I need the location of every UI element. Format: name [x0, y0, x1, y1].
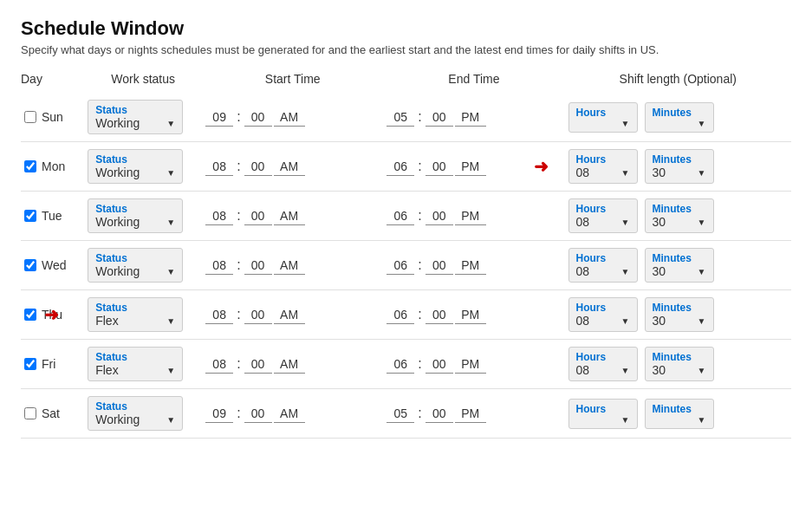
day-cell-tue: Tue — [24, 209, 81, 223]
hours-dropdown-tue[interactable]: Hours 08 ▼ — [568, 198, 638, 233]
hours-dropdown-thu[interactable]: Hours 08 ▼ — [568, 297, 638, 332]
minutes-dropdown-sun[interactable]: Minutes ▼ — [645, 102, 714, 133]
minutes-dropdown-fri[interactable]: Minutes 30 ▼ — [645, 347, 714, 381]
day-checkbox-mon[interactable] — [24, 160, 36, 172]
end-min-sun[interactable] — [425, 108, 453, 127]
start-min-fri[interactable] — [244, 355, 272, 374]
end-ampm-sun[interactable] — [455, 108, 486, 127]
end-hour-mon[interactable] — [387, 158, 414, 176]
day-checkbox-thu[interactable] — [24, 309, 36, 321]
status-label-sun: Status — [95, 104, 127, 116]
start-min-wed[interactable] — [244, 257, 272, 275]
hours-dropdown-sat[interactable]: Hours ▼ — [568, 399, 638, 429]
chevron-icon-status-tue: ▼ — [166, 218, 175, 227]
end-ampm-wed[interactable] — [455, 257, 486, 275]
hours-dropdown-sun[interactable]: Hours ▼ — [568, 102, 638, 133]
end-ampm-mon[interactable] — [455, 158, 486, 176]
start-hour-tue[interactable] — [205, 207, 233, 225]
day-checkbox-fri[interactable] — [24, 358, 36, 370]
end-hour-fri[interactable] — [387, 355, 414, 374]
status-dropdown-sat[interactable]: Status Working ▼ — [88, 396, 183, 431]
end-hour-thu[interactable] — [387, 306, 414, 324]
day-cell-mon: Mon — [24, 159, 81, 173]
start-time-group-tue: : — [205, 207, 380, 225]
status-dropdown-sun[interactable]: Status Working ▼ — [88, 100, 183, 134]
start-min-thu[interactable] — [244, 306, 272, 324]
status-dropdown-mon[interactable]: Status Working ▼ — [88, 149, 183, 184]
end-min-fri[interactable] — [425, 355, 453, 374]
minutes-dropdown-wed[interactable]: Minutes 30 ▼ — [645, 248, 714, 283]
start-time-group-thu: : — [205, 306, 380, 324]
end-min-sat[interactable] — [425, 405, 453, 423]
start-hour-mon[interactable] — [205, 158, 233, 176]
hours-label-sat: Hours — [576, 403, 607, 415]
hours-dropdown-fri[interactable]: Hours 08 ▼ — [568, 347, 638, 381]
minutes-value-thu: 30 — [653, 314, 666, 328]
start-min-tue[interactable] — [244, 207, 272, 225]
header-day: Day — [21, 72, 84, 93]
day-checkbox-sun[interactable] — [24, 111, 36, 123]
end-hour-sun[interactable] — [387, 108, 414, 127]
day-checkbox-sat[interactable] — [24, 407, 36, 419]
chevron-icon-minutes-mon: ▼ — [698, 168, 706, 178]
start-min-sun[interactable] — [244, 108, 272, 127]
header-start-time: Start Time — [202, 72, 383, 93]
end-hour-sat[interactable] — [387, 405, 414, 423]
end-ampm-thu[interactable] — [455, 306, 486, 324]
start-hour-fri[interactable] — [205, 355, 233, 374]
start-hour-thu[interactable] — [205, 306, 233, 324]
start-ampm-thu[interactable] — [274, 306, 305, 324]
hours-label-mon: Hours — [576, 153, 607, 166]
hours-value-tue: 08 — [576, 215, 590, 229]
end-ampm-fri[interactable] — [455, 355, 486, 374]
minutes-dropdown-tue[interactable]: Minutes 30 ▼ — [645, 198, 714, 233]
end-hour-tue[interactable] — [387, 207, 414, 225]
status-dropdown-tue[interactable]: Status Working ▼ — [88, 198, 183, 233]
end-min-tue[interactable] — [425, 207, 453, 225]
hours-label-wed: Hours — [576, 252, 607, 264]
start-min-mon[interactable] — [244, 158, 272, 176]
day-checkbox-tue[interactable] — [24, 210, 36, 222]
end-time-group-tue: : — [387, 207, 561, 225]
day-label-mon: Mon — [42, 159, 65, 173]
status-value-fri: Flex — [95, 363, 118, 377]
minutes-dropdown-mon[interactable]: Minutes 30 ▼ — [645, 149, 714, 184]
start-ampm-fri[interactable] — [274, 355, 305, 374]
status-label-tue: Status — [95, 203, 127, 215]
start-ampm-tue[interactable] — [274, 207, 305, 225]
status-dropdown-thu[interactable]: Status Flex ▼ — [88, 297, 183, 332]
end-min-wed[interactable] — [425, 257, 453, 275]
shift-cell-thu: Hours 08 ▼ Minutes 30 ▼ — [568, 297, 789, 332]
shift-cell-sun: Hours ▼ Minutes ▼ — [568, 102, 789, 133]
end-ampm-tue[interactable] — [455, 207, 486, 225]
start-hour-wed[interactable] — [205, 257, 233, 275]
end-min-thu[interactable] — [425, 306, 453, 324]
start-min-sat[interactable] — [244, 405, 272, 423]
hours-label-tue: Hours — [576, 203, 607, 215]
hours-label-thu: Hours — [576, 302, 607, 314]
end-min-mon[interactable] — [425, 158, 453, 176]
status-value-sat: Working — [95, 413, 140, 426]
day-checkbox-wed[interactable] — [24, 259, 36, 271]
hours-dropdown-mon[interactable]: Hours 08 ▼ — [568, 149, 638, 184]
status-dropdown-fri[interactable]: Status Flex ▼ — [88, 347, 183, 381]
chevron-icon-hours-tue: ▼ — [621, 218, 630, 227]
start-time-group-wed: : — [205, 257, 380, 275]
status-dropdown-wed[interactable]: Status Working ▼ — [88, 248, 183, 283]
hours-dropdown-wed[interactable]: Hours 08 ▼ — [568, 248, 638, 283]
minutes-label-fri: Minutes — [653, 351, 692, 363]
minutes-dropdown-sat[interactable]: Minutes ▼ — [645, 399, 714, 429]
start-time-group-sun: : — [205, 108, 380, 127]
start-ampm-sat[interactable] — [274, 405, 305, 423]
start-ampm-wed[interactable] — [274, 257, 305, 275]
chevron-icon-minutes-sat: ▼ — [698, 415, 706, 425]
end-time-group-sat: : — [387, 405, 561, 423]
end-ampm-sat[interactable] — [455, 405, 486, 423]
minutes-dropdown-thu[interactable]: Minutes 30 ▼ — [645, 297, 714, 332]
status-value-tue: Working — [95, 215, 140, 229]
start-ampm-mon[interactable] — [274, 158, 305, 176]
start-ampm-sun[interactable] — [274, 108, 305, 127]
start-hour-sun[interactable] — [205, 108, 233, 127]
end-hour-wed[interactable] — [387, 257, 414, 275]
start-hour-sat[interactable] — [205, 405, 233, 423]
